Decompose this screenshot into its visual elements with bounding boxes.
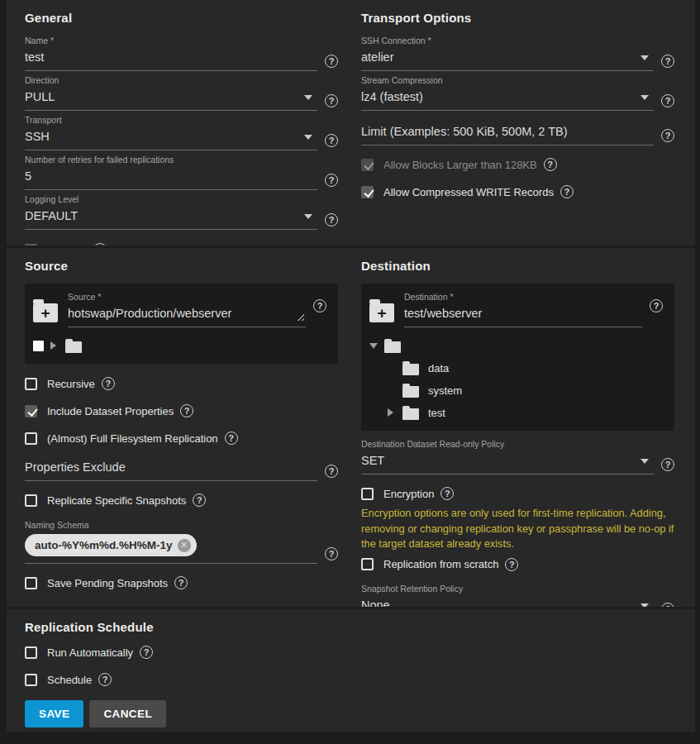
- chip-remove-icon[interactable]: [178, 539, 191, 552]
- checkbox-box[interactable]: [25, 646, 37, 659]
- tree-row[interactable]: data: [388, 360, 663, 376]
- readonly-policy-select[interactable]: Destination Dataset Read-only Policy SET: [361, 439, 674, 475]
- tree-row[interactable]: system: [388, 382, 663, 398]
- source-path-field[interactable]: Source * hotswap/Production/webserver: [68, 292, 306, 327]
- folder-icon[interactable]: [402, 364, 419, 375]
- help-icon[interactable]: [661, 55, 674, 68]
- properties-exclude-placeholder[interactable]: Properties Exclude: [25, 460, 316, 475]
- run-automatically-checkbox[interactable]: Run Automatically: [25, 645, 674, 660]
- help-icon[interactable]: [544, 158, 557, 171]
- dropdown-arrow-icon[interactable]: [304, 95, 312, 100]
- checkbox-box[interactable]: [25, 378, 37, 390]
- checkbox-box[interactable]: [25, 674, 37, 686]
- checkbox-box[interactable]: [25, 432, 37, 445]
- transport-select[interactable]: Transport SSH: [25, 115, 338, 150]
- checkbox-box[interactable]: [361, 488, 374, 500]
- help-icon[interactable]: [93, 243, 107, 246]
- checkbox-box[interactable]: [25, 244, 37, 246]
- card-source-destination: Source Source * hotswap/Production/webse…: [7, 248, 695, 607]
- checkbox-box[interactable]: [25, 405, 37, 417]
- name-field[interactable]: Name * test: [25, 36, 338, 71]
- dropdown-arrow-icon[interactable]: [640, 603, 649, 607]
- tree-row[interactable]: [33, 337, 326, 354]
- resize-handle-icon[interactable]: [297, 313, 304, 321]
- checkbox-box[interactable]: [361, 558, 374, 570]
- help-icon[interactable]: [313, 299, 326, 312]
- help-icon[interactable]: [325, 174, 338, 187]
- help-icon[interactable]: [325, 213, 338, 227]
- from-scratch-checkbox[interactable]: Replication from scratch: [361, 557, 674, 572]
- name-value[interactable]: test: [25, 50, 316, 65]
- destination-path-field[interactable]: Destination * test/webserver: [404, 292, 642, 327]
- chevron-right-icon[interactable]: [50, 341, 56, 350]
- cancel-button[interactable]: CANCEL: [89, 700, 166, 727]
- help-icon[interactable]: [661, 603, 674, 607]
- tree-row[interactable]: test: [388, 404, 663, 421]
- help-icon[interactable]: [325, 465, 338, 478]
- folder-icon[interactable]: [384, 341, 401, 353]
- save-pending-checkbox[interactable]: Save Pending Snapshots: [25, 575, 338, 590]
- help-icon[interactable]: [325, 94, 338, 107]
- allow-compressed-checkbox[interactable]: Allow Compressed WRITE Records: [361, 184, 674, 199]
- help-icon[interactable]: [661, 94, 674, 107]
- schedule-checkbox[interactable]: Schedule: [25, 672, 674, 687]
- help-icon[interactable]: [325, 134, 338, 147]
- chevron-right-icon[interactable]: [388, 408, 393, 417]
- direction-select[interactable]: Direction PULL: [25, 75, 338, 111]
- dropdown-arrow-icon[interactable]: [304, 214, 312, 219]
- checkbox-box[interactable]: [361, 186, 374, 198]
- destination-section: Destination Destination * test/webserver: [361, 259, 674, 607]
- tree-row-root[interactable]: [369, 337, 663, 354]
- help-icon[interactable]: [325, 55, 338, 68]
- help-icon[interactable]: [560, 185, 574, 198]
- add-dataset-icon[interactable]: [369, 303, 394, 322]
- logging-level-select[interactable]: Logging Level DEFAULT: [25, 194, 338, 230]
- include-props-checkbox[interactable]: Include Dataset Properties: [25, 403, 338, 418]
- chip-text: auto-%Y%m%d.%H%M-1y: [35, 539, 173, 551]
- chevron-down-icon[interactable]: [369, 343, 378, 349]
- ssh-connection-select[interactable]: SSH Connection * atelier: [361, 36, 674, 71]
- folder-icon[interactable]: [65, 341, 82, 353]
- retries-field[interactable]: Number of retries for failed replication…: [25, 155, 338, 190]
- properties-exclude-field[interactable]: Properties Exclude: [25, 458, 338, 481]
- retention-policy-select[interactable]: Snapshot Retention Policy None: [361, 584, 674, 607]
- help-icon[interactable]: [180, 404, 193, 417]
- help-icon[interactable]: [102, 377, 115, 390]
- checkbox-box[interactable]: [25, 577, 37, 589]
- checkbox-box[interactable]: [25, 494, 37, 507]
- add-dataset-icon[interactable]: [33, 303, 58, 322]
- dropdown-arrow-icon[interactable]: [640, 459, 649, 464]
- help-icon[interactable]: [505, 558, 518, 571]
- naming-schema-field[interactable]: Naming Schema auto-%Y%m%d.%H%M-1y: [25, 520, 338, 564]
- limit-field[interactable]: Limit (Examples: 500 KiB, 500M, 2 TB): [361, 122, 674, 145]
- help-icon[interactable]: [225, 432, 238, 445]
- save-button[interactable]: SAVE: [25, 700, 83, 727]
- help-icon[interactable]: [140, 646, 153, 659]
- dropdown-arrow-icon[interactable]: [640, 55, 649, 60]
- limit-placeholder[interactable]: Limit (Examples: 500 KiB, 500M, 2 TB): [361, 124, 652, 140]
- recursive-checkbox[interactable]: Recursive: [25, 376, 338, 391]
- dropdown-arrow-icon[interactable]: [640, 95, 649, 100]
- help-icon[interactable]: [98, 673, 112, 686]
- source-section: Source Source * hotswap/Production/webse…: [25, 259, 338, 607]
- help-icon[interactable]: [440, 487, 454, 500]
- help-icon[interactable]: [650, 299, 663, 312]
- full-filesystem-checkbox[interactable]: (Almost) Full Filesystem Replication: [25, 431, 338, 446]
- enabled-checkbox[interactable]: Enabled: [25, 242, 338, 246]
- general-section: General Name * test Direction PULL Trans…: [25, 11, 338, 246]
- logging-level-label: Logging Level: [25, 194, 338, 205]
- folder-icon[interactable]: [402, 408, 419, 420]
- tree-checkbox[interactable]: [33, 341, 44, 351]
- help-icon[interactable]: [661, 458, 674, 471]
- folder-icon[interactable]: [402, 386, 419, 398]
- help-icon[interactable]: [325, 547, 338, 560]
- help-icon[interactable]: [174, 576, 188, 589]
- help-icon[interactable]: [193, 494, 206, 507]
- stream-compression-select[interactable]: Stream Compression lz4 (fastest): [361, 75, 674, 111]
- dropdown-arrow-icon[interactable]: [304, 135, 312, 140]
- help-icon[interactable]: [661, 129, 674, 142]
- naming-schema-chip[interactable]: auto-%Y%m%d.%H%M-1y: [25, 534, 197, 556]
- replicate-specific-checkbox[interactable]: Replicate Specific Snapshots: [25, 493, 338, 508]
- encryption-checkbox[interactable]: Encryption: [361, 486, 674, 501]
- schedule-title: Replication Schedule: [25, 620, 674, 634]
